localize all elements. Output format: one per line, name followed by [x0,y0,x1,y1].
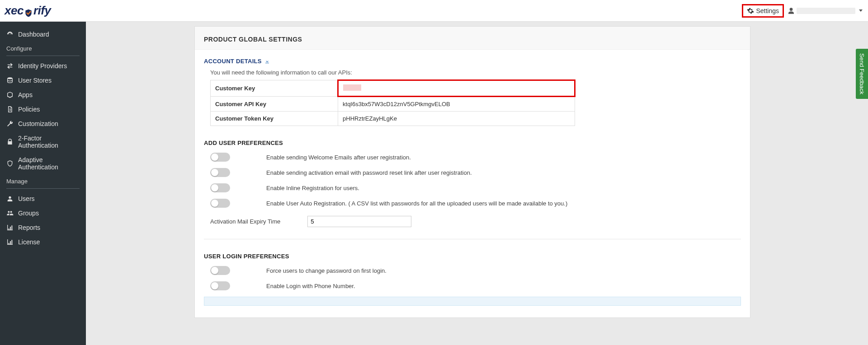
logo-text-right: rify [33,4,51,18]
user-icon [788,7,795,14]
pref-row: Enable Login with Phone Number. [210,281,741,290]
sidebar-item-reports[interactable]: Reports [0,220,86,235]
package-icon [6,91,14,98]
shield-outline-icon [6,160,14,167]
table-row: Customer Key [211,80,575,97]
settings-label: Settings [756,7,779,14]
sidebar-item-apps[interactable]: Apps [0,88,86,102]
wrench-icon [6,120,14,127]
customer-token-key-value: pHHRztrEZayHLgKe [338,112,575,126]
document-icon [6,106,14,113]
toggle-force-password-change[interactable] [210,266,230,275]
dashboard-icon [6,31,14,38]
cell-label: Customer API Key [211,97,338,112]
sidebar-item-label: Policies [18,106,40,113]
sidebar-item-label: Dashboard [18,31,49,38]
pref-row: Enable User Auto Registration. ( A CSV l… [210,199,741,208]
sidebar-item-label: License [18,238,40,246]
login-prefs-header: USER LOGIN PREFERENCES [204,253,741,260]
pref-row: Force users to change password on first … [210,266,741,275]
cell-label: Customer Key [211,80,338,97]
svg-point-0 [8,77,13,79]
sidebar-item-dashboard[interactable]: Dashboard [0,27,86,42]
sidebar: Dashboard Configure Identity Providers U… [0,22,86,345]
account-details-help: You will need the following information … [210,69,741,76]
sidebar-section-configure: Configure [0,42,86,55]
divider [6,188,80,189]
sidebar-item-users[interactable]: Users [0,191,86,206]
pref-desc: Enable Login with Phone Number. [266,283,355,289]
toggle-phone-login[interactable] [210,281,230,290]
sidebar-item-adaptive-auth[interactable]: Adaptive Authentication [0,153,86,174]
database-icon [6,77,14,84]
sidebar-item-user-stores[interactable]: User Stores [0,73,86,88]
sidebar-section-manage: Manage [0,174,86,187]
cell-label: Customer Token Key [211,112,338,126]
table-row: Customer API Key ktqI6s3bx57W3cD12znV5GP… [211,97,575,112]
sidebar-item-label: 2-Factor Authentication [18,135,80,149]
chevron-down-icon [859,9,863,12]
user-name [797,8,855,14]
topbar-right: Settings [742,4,863,18]
page-title: PRODUCT GLOBAL SETTINGS [195,27,750,50]
logo[interactable]: xec rify [5,4,51,18]
divider [204,239,741,239]
sidebar-item-label: User Stores [18,77,52,84]
sidebar-item-license[interactable]: License [0,235,86,249]
download-icon[interactable] [264,59,270,64]
divider [6,56,80,56]
sidebar-item-label: Reports [18,224,40,231]
info-banner [204,297,741,306]
toggle-inline-registration[interactable] [210,183,230,192]
sidebar-item-customization[interactable]: Customization [0,117,86,131]
panel-body: ACCOUNT DETAILS You will need the follow… [195,50,750,317]
sidebar-item-groups[interactable]: Groups [0,206,86,220]
topbar: xec rify Settings [0,0,868,22]
sidebar-item-label: Customization [18,120,58,127]
customer-api-key-value: ktqI6s3bx57W3cD12znV5GPtkmgvELOB [338,97,575,112]
logo-text-left: xec [5,4,24,18]
sidebar-item-policies[interactable]: Policies [0,102,86,117]
toggle-auto-registration[interactable] [210,199,230,208]
toggle-welcome-emails[interactable] [210,153,230,162]
sidebar-item-label: Identity Providers [18,62,67,70]
settings-button[interactable]: Settings [742,4,784,18]
user-menu[interactable] [788,7,863,14]
shield-icon [24,7,33,17]
expiry-label: Activation Mail Expiry Time [210,218,280,225]
send-feedback-button[interactable]: Send Feedback [856,49,868,99]
feedback-label: Send Feedback [859,53,865,94]
pref-desc: Enable User Auto Registration. ( A CSV l… [266,200,567,207]
pref-desc: Force users to change password on first … [266,267,387,274]
lock-icon [6,138,14,145]
account-details-table: Customer Key Customer API Key ktqI6s3bx5… [210,79,576,126]
toggle-activation-email[interactable] [210,168,230,177]
gear-icon [747,7,754,14]
swap-icon [6,62,14,70]
table-row: Customer Token Key pHHRztrEZayHLgKe [211,112,575,126]
pref-desc: Enable sending Welcome Emails after user… [266,154,411,161]
sidebar-item-label: Adaptive Authentication [18,156,80,171]
pref-row: Enable Inline Registration for users. [210,183,741,192]
expiry-row: Activation Mail Expiry Time [210,216,741,227]
sidebar-item-2fa[interactable]: 2-Factor Authentication [0,131,86,153]
pref-desc: Enable sending activation email with pas… [266,169,472,176]
customer-key-value [338,80,575,97]
pref-desc: Enable Inline Registration for users. [266,185,359,191]
account-details-header: ACCOUNT DETAILS [204,58,741,65]
add-user-prefs-header: ADD USER PREFERENCES [204,140,741,146]
sidebar-item-label: Groups [18,210,39,217]
pref-row: Enable sending activation email with pas… [210,168,741,177]
settings-panel: PRODUCT GLOBAL SETTINGS ACCOUNT DETAILS … [194,26,750,318]
main-content: PRODUCT GLOBAL SETTINGS ACCOUNT DETAILS … [86,22,868,345]
activation-expiry-input[interactable] [307,216,411,227]
account-details-label: ACCOUNT DETAILS [204,58,262,65]
sidebar-item-label: Apps [18,91,33,98]
sidebar-item-identity-providers[interactable]: Identity Providers [0,59,86,73]
chart-icon [6,238,14,246]
sidebar-item-label: Users [18,195,35,202]
redacted-value [343,84,361,91]
users-icon [6,210,14,217]
user-icon [6,195,14,202]
chart-icon [6,224,14,231]
